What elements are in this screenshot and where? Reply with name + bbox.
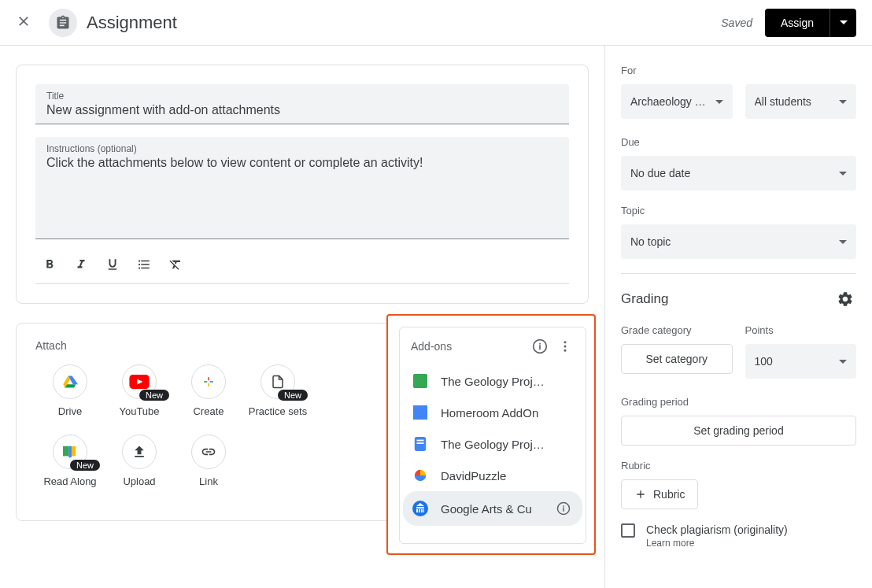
sidebar: For Archaeology … All students Due No du…	[604, 46, 872, 588]
addons-info-button[interactable]	[530, 337, 549, 356]
assign-dropdown[interactable]	[830, 9, 856, 37]
new-badge: New	[139, 390, 169, 401]
addon-logo	[412, 468, 428, 483]
grading-settings-button[interactable]	[834, 288, 856, 310]
students-select[interactable]: All students	[745, 84, 857, 119]
attach-youtube[interactable]: New YouTube	[105, 364, 174, 419]
main-panel: Title New assignment with add-on attachm…	[0, 46, 604, 588]
header: Assignment Saved Assign	[0, 0, 872, 46]
class-select[interactable]: Archaeology …	[621, 84, 733, 119]
topic-select[interactable]: No topic	[621, 224, 856, 259]
addons-title: Add-ons	[411, 340, 524, 353]
attach-card: Attach Drive New YouTube Create New	[16, 323, 589, 521]
addon-item[interactable]: The Geology Proj…	[403, 365, 582, 397]
set-category-button[interactable]: Set category	[621, 344, 733, 374]
for-label: For	[621, 65, 856, 76]
plagiarism-checkbox[interactable]	[621, 523, 635, 538]
svg-point-1	[564, 341, 567, 343]
due-label: Due	[621, 136, 856, 148]
svg-rect-8	[417, 442, 424, 444]
points-label: Points	[745, 324, 857, 336]
saved-status: Saved	[721, 17, 752, 29]
attach-link[interactable]: Link	[174, 435, 243, 489]
close-button[interactable]	[16, 13, 35, 32]
topic-label: Topic	[621, 205, 856, 216]
assignment-card: Title New assignment with add-on attachm…	[16, 65, 589, 304]
addon-logo	[412, 373, 428, 389]
page-title: Assignment	[87, 13, 177, 33]
addons-more-button[interactable]	[556, 337, 575, 356]
attach-grid: Drive New YouTube Create New Practice se…	[35, 364, 366, 505]
addon-item[interactable]: Homeroom AddOn	[403, 397, 582, 428]
svg-point-3	[564, 349, 567, 352]
addon-logo	[412, 405, 428, 420]
svg-rect-5	[413, 405, 427, 420]
rubric-label: Rubric	[621, 460, 856, 472]
chevron-down-icon	[715, 100, 723, 104]
title-label: Title	[46, 91, 558, 102]
title-value: New assignment with add-on attachments	[46, 103, 558, 117]
instructions-label: Instructions (optional)	[46, 143, 558, 154]
attach-drive[interactable]: Drive	[35, 364, 105, 419]
underline-button[interactable]	[102, 253, 124, 276]
chevron-down-icon	[839, 100, 847, 104]
list-button[interactable]	[133, 253, 155, 276]
rubric-button[interactable]: Rubric	[621, 479, 698, 509]
new-badge: New	[70, 460, 100, 471]
plagiarism-row: Check plagiarism (originality) Learn mor…	[621, 523, 856, 549]
chevron-down-icon	[839, 240, 847, 244]
new-badge: New	[278, 390, 308, 401]
grade-category-label: Grade category	[621, 324, 733, 336]
attach-upload[interactable]: Upload	[105, 435, 174, 489]
addon-logo	[412, 436, 428, 452]
addon-item[interactable]: Google Arts & Cu	[403, 491, 582, 526]
divider	[621, 273, 856, 274]
instructions-field[interactable]: Instructions (optional) Click the attach…	[35, 137, 569, 239]
upload-icon	[122, 435, 157, 469]
plagiarism-label: Check plagiarism (originality)	[646, 523, 788, 536]
assign-button[interactable]: Assign	[765, 9, 830, 37]
addon-item[interactable]: The Geology Proj…	[403, 428, 582, 460]
attach-practice-sets[interactable]: New Practice sets	[243, 364, 312, 419]
drive-icon	[53, 364, 87, 399]
addons-list: The Geology Proj… Homeroom AddOn The Geo…	[400, 365, 586, 543]
learn-more-link[interactable]: Learn more	[646, 538, 788, 549]
grading-period-label: Grading period	[621, 396, 856, 408]
create-icon	[191, 364, 226, 399]
svg-point-2	[564, 346, 567, 348]
set-grading-period-button[interactable]: Set grading period	[621, 416, 856, 446]
addon-info-icon[interactable]	[554, 499, 573, 518]
due-select[interactable]: No due date	[621, 156, 856, 190]
format-toolbar	[35, 246, 569, 284]
addon-logo	[412, 501, 428, 516]
clear-format-button[interactable]	[164, 253, 187, 276]
addons-header: Add-ons	[400, 327, 586, 365]
svg-rect-4	[413, 374, 427, 388]
plus-icon	[634, 488, 647, 501]
chevron-down-icon	[839, 172, 847, 176]
bold-button[interactable]	[39, 253, 61, 276]
svg-rect-7	[417, 440, 424, 442]
italic-button[interactable]	[70, 253, 92, 276]
instructions-value: Click the attachments below to view cont…	[46, 156, 558, 170]
addons-panel: Add-ons The Geology Proj… Homeroom AddOn	[386, 314, 596, 555]
assignment-icon	[49, 9, 77, 37]
attach-read-along[interactable]: New Read Along	[35, 435, 105, 489]
title-field[interactable]: Title New assignment with add-on attachm…	[35, 84, 569, 124]
addon-item[interactable]: DavidPuzzle	[403, 460, 582, 491]
grading-title: Grading	[621, 291, 668, 307]
chevron-down-icon	[839, 360, 847, 364]
link-icon	[191, 435, 226, 469]
attach-create[interactable]: Create	[174, 364, 243, 419]
points-select[interactable]: 100	[745, 344, 857, 379]
